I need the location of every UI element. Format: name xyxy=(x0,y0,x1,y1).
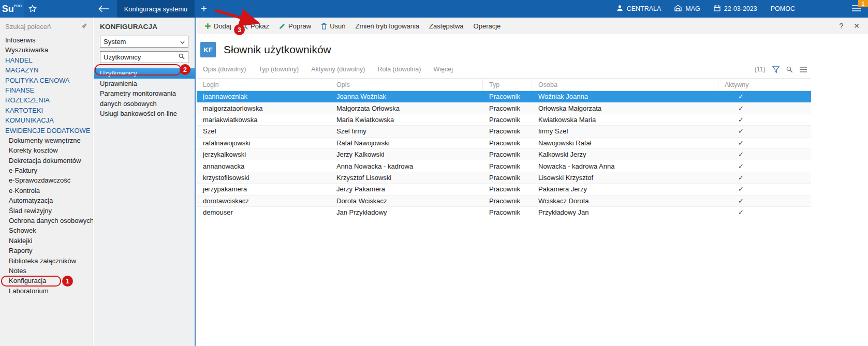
cell-aktywny: ✓ xyxy=(718,208,811,216)
app-logo[interactable]: SuPRO xyxy=(0,0,24,18)
filter-aktywny-dowolny[interactable]: Aktywny (dowolny) xyxy=(311,66,365,73)
sidebar-item-wyszukiwarka[interactable]: Wyszukiwarka xyxy=(0,45,93,55)
column-header-opis[interactable]: Opis xyxy=(330,79,483,91)
sidebar-item-ewidencje-dodatkowe[interactable]: EWIDENCJE DODATKOWE xyxy=(0,126,93,136)
filter-wiecej[interactable]: Więcej xyxy=(433,66,453,73)
sidebar-item-magazyn[interactable]: MAGAZYN xyxy=(0,65,93,75)
sidebar-item-komunikacja[interactable]: KOMUNIKACJA xyxy=(0,115,93,125)
config-item-parametry-monitorowania-danych-osobowych[interactable]: Parametry monitorowania danych osobowych xyxy=(94,88,195,109)
sidebar-item-korekty-kosztow[interactable]: Korekty kosztów xyxy=(0,145,93,155)
config-item-uprawnienia[interactable]: Uprawnienia xyxy=(94,79,195,89)
filter-funnel-icon[interactable] xyxy=(772,66,779,73)
filter-rola-dowolna[interactable]: Rola (dowolna) xyxy=(377,66,421,73)
topbar: SuPRO Konfiguracja systemu + CENTRALA MA… xyxy=(0,0,868,18)
toolbar-button-operacje[interactable]: Operacje xyxy=(474,22,501,30)
sidebar-item-naklejki[interactable]: Naklejki xyxy=(0,236,93,246)
table-row-dorotawciskacz[interactable]: dorotawciskaczDorota WciskaczPracownikWc… xyxy=(197,195,811,207)
table-row-demouser[interactable]: demouserJan PrzykładowyPracownikPrzykład… xyxy=(197,207,811,218)
filter-opis-dowolny[interactable]: Opis (dowolny) xyxy=(203,66,246,73)
table-row-joannawozniak[interactable]: joannawozniakJoanna WoźniakPracownikWoźn… xyxy=(197,91,811,102)
toolbar-button-label: Pokaż xyxy=(251,22,269,30)
cell-typ: Pracownik xyxy=(483,104,532,112)
active-check-icon: ✓ xyxy=(738,151,811,158)
table-row-krzystoflisowski[interactable]: krzystoflisowskiKrzysztof LisowskiPracow… xyxy=(197,172,811,184)
sidebar-item-dekretacja-dokumentow[interactable]: Dekretacja dokumentów xyxy=(0,156,93,166)
cell-login: annanowacka xyxy=(197,162,330,170)
tab-konfiguracja-systemu[interactable]: Konfiguracja systemu xyxy=(117,0,195,18)
table-row-annanowacka[interactable]: annanowackaAnna Nowacka - kadrowaPracown… xyxy=(197,160,811,172)
command-search[interactable]: Szukaj poleceń xyxy=(0,18,93,35)
cell-osoba: Nawojowski Rafał xyxy=(532,139,718,147)
config-item-uzytkownicy[interactable]: Użytkownicy xyxy=(94,68,195,79)
column-header-login[interactable]: Login xyxy=(197,79,330,91)
pin-icon[interactable] xyxy=(81,23,87,31)
sidebar-item-polityka-cenowa[interactable]: POLITYKA CENOWA xyxy=(0,76,93,85)
column-header-typ[interactable]: Typ xyxy=(483,79,532,91)
config-item-list: UżytkownicyUprawnieniaParametry monitoro… xyxy=(94,68,195,119)
cell-aktywny: ✓ xyxy=(718,104,811,112)
sidebar-item-finanse[interactable]: FINANSE xyxy=(0,85,93,95)
column-header-osoba[interactable]: Osoba xyxy=(532,79,718,91)
filter-list: Opis (dowolny)Typ (dowolny)Aktywny (dowo… xyxy=(203,66,453,73)
toolbar-buttons: DodajPokażPoprawUsuńZmień tryb logowania… xyxy=(204,22,501,30)
cell-typ: Pracownik xyxy=(483,185,532,193)
search-icon[interactable] xyxy=(179,53,185,61)
favorites-star-icon[interactable] xyxy=(28,5,37,14)
sidebar-item-kartoteki[interactable]: KARTOTEKI xyxy=(0,106,93,115)
sidebar-item-e-faktury[interactable]: e-Faktury xyxy=(0,166,93,175)
toolbar-button-usun[interactable]: Usuń xyxy=(321,22,345,30)
cell-login: malgorzataorlowska xyxy=(197,104,330,112)
help-menu[interactable]: POMOC xyxy=(771,5,795,12)
sidebar-item-rozliczenia[interactable]: ROZLICZENIA xyxy=(0,95,93,105)
config-item-uslugi-bankowosci-on-line[interactable]: Usługi bankowości on-line xyxy=(94,109,195,119)
notification-badge[interactable]: 1 xyxy=(858,0,868,7)
sidebar-item-laboratorium[interactable]: Laboratorium xyxy=(0,286,93,296)
list-menu-icon[interactable] xyxy=(800,67,807,72)
sidebar-item-e-sprawozdawczosc[interactable]: e-Sprawozdawczość xyxy=(0,175,93,185)
sidebar-item-handel[interactable]: HANDEL xyxy=(0,55,93,65)
help-button[interactable]: ? xyxy=(839,22,843,30)
tab-label: Konfiguracja systemu xyxy=(124,5,187,13)
title-row: KF Słownik użytkowników xyxy=(200,42,868,57)
table-row-jerzykalkowski[interactable]: jerzykalkowskiJerzy KalkowskiPracownikKa… xyxy=(197,149,811,160)
toolbar-button-pokaz[interactable]: Pokaż xyxy=(241,22,269,30)
cell-opis: Anna Nowacka - kadrowa xyxy=(330,162,483,170)
sidebar-item-slad-rewizyjny[interactable]: Ślad rewizyjny xyxy=(0,206,93,216)
toolbar-button-zastepstwa[interactable]: Zastępstwa xyxy=(429,22,463,30)
toolbar-button-dodaj[interactable]: Dodaj xyxy=(204,22,231,30)
close-button[interactable]: ✕ xyxy=(854,22,860,30)
active-check-icon: ✓ xyxy=(738,185,811,193)
table-row-mariakwiatkowska[interactable]: mariakwiatkowskaMaria KwiatkowskaPracown… xyxy=(197,114,811,126)
table-row-jerzypakamera[interactable]: jerzypakameraJerzy PakameraPracownikPaka… xyxy=(197,184,811,195)
table-row-rafalnawojowski[interactable]: rafalnawojowskiRafał NawojowskiPracownik… xyxy=(197,138,811,149)
app-window: SuPRO Konfiguracja systemu + CENTRALA MA… xyxy=(0,0,868,346)
sidebar-item-schowek[interactable]: Schowek xyxy=(0,225,93,235)
sidebar-item-infoserwis[interactable]: Infoserwis xyxy=(0,35,93,45)
cell-aktywny: ✓ xyxy=(718,197,811,205)
toolbar-button-zmien-tryb-logowania[interactable]: Zmień tryb logowania xyxy=(356,22,420,30)
sidebar-item-notes[interactable]: Notes xyxy=(0,266,93,276)
new-tab-button[interactable]: + xyxy=(201,0,207,18)
filter-typ-dowolny[interactable]: Typ (dowolny) xyxy=(258,66,299,73)
sidebar-item-e-kontrola[interactable]: e-Kontrola xyxy=(0,186,93,195)
sidebar-item-biblioteka-zalacznikow[interactable]: Biblioteka załączników xyxy=(0,256,93,266)
sidebar-item-raporty[interactable]: Raporty xyxy=(0,246,93,255)
list-search-icon[interactable] xyxy=(786,66,793,73)
warehouse-selector[interactable]: MAG xyxy=(674,5,700,13)
config-category-select[interactable]: System xyxy=(100,36,188,48)
date-selector[interactable]: 22-03-2023 xyxy=(714,5,757,13)
cell-opis: Jan Przykładowy xyxy=(330,208,483,216)
cell-osoba: Nowacka - kadrowa Anna xyxy=(532,162,718,170)
config-search-input[interactable]: Użytkownicy xyxy=(100,51,188,63)
sidebar-item-dokumenty-wewnetrzne[interactable]: Dokumenty wewnętrzne xyxy=(0,136,93,145)
back-arrow-icon[interactable] xyxy=(98,5,109,14)
table-row-szef[interactable]: SzefSzef firmyPracownikfirmy Szef✓ xyxy=(197,126,811,137)
toolbar-button-popraw[interactable]: Popraw xyxy=(279,22,311,30)
sidebar-item-ochrona-danych-osobowych[interactable]: Ochrona danych osobowych xyxy=(0,216,93,225)
table-row-malgorzataorlowska[interactable]: malgorzataorlowskaMałgorzata OrłowskaPra… xyxy=(197,102,811,114)
sidebar-item-automatyzacja[interactable]: Automatyzacja xyxy=(0,195,93,205)
cell-typ: Pracownik xyxy=(483,208,532,216)
sidebar-item-konfiguracja[interactable]: Konfiguracja xyxy=(0,276,93,285)
branch-selector[interactable]: CENTRALA xyxy=(616,5,661,13)
column-header-aktywny[interactable]: Aktywny xyxy=(718,79,811,91)
